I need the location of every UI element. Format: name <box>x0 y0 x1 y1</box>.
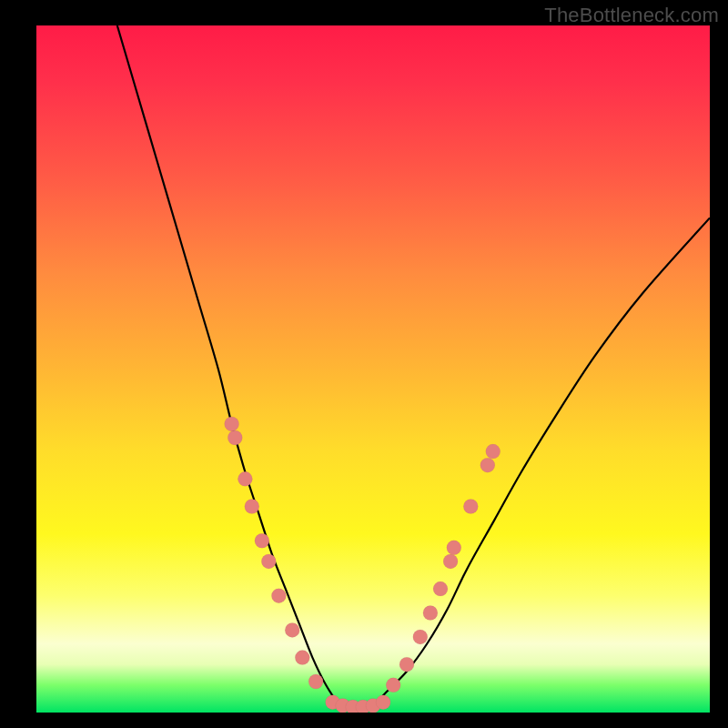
chart-stage: TheBottleneck.com <box>0 0 728 728</box>
right-dot <box>433 581 448 596</box>
watermark-text: TheBottleneck.com <box>544 4 719 27</box>
right-dot <box>443 554 458 569</box>
left-dot <box>261 554 276 569</box>
left-dot <box>308 674 323 689</box>
left-dot <box>285 622 299 637</box>
right-dot <box>447 541 461 555</box>
right-dot <box>463 500 478 514</box>
right-dot <box>386 678 400 693</box>
left-dot <box>255 533 269 548</box>
right-dot <box>413 630 428 644</box>
plot-area <box>36 25 710 713</box>
curve-overlay <box>36 25 710 713</box>
left-dot <box>271 589 286 603</box>
left-curve <box>117 25 339 705</box>
right-dot <box>399 657 414 672</box>
right-dot <box>486 444 500 459</box>
right-dot <box>480 458 495 472</box>
right-dot <box>423 606 438 621</box>
left-dot <box>295 651 309 665</box>
left-dot <box>225 417 239 431</box>
left-dot <box>228 430 242 445</box>
left-dot <box>238 471 252 486</box>
bottom-dot <box>376 695 390 710</box>
left-dot <box>245 500 259 514</box>
